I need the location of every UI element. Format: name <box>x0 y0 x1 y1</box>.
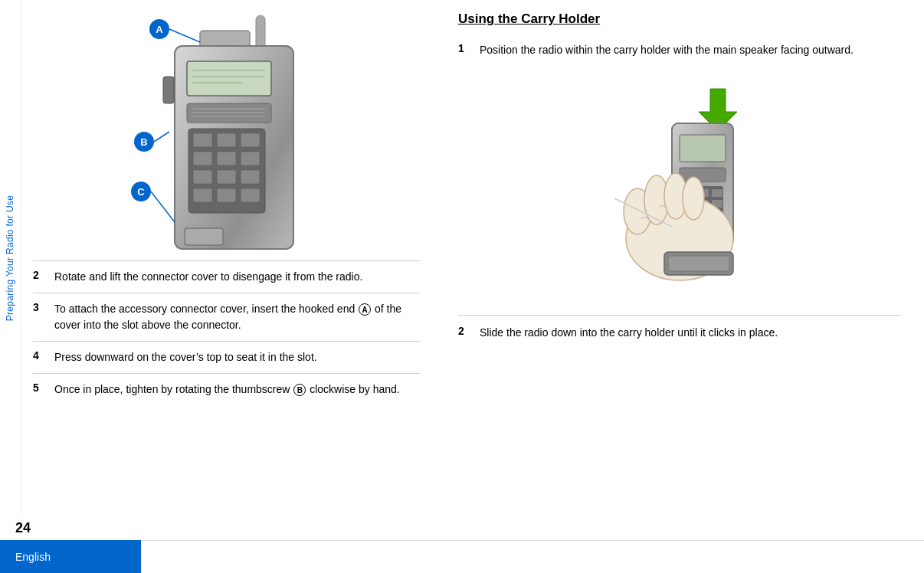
svg-line-28 <box>169 29 200 42</box>
right-panel: Using the Carry Holder 1 Position the ra… <box>435 0 924 516</box>
radio-diagram: A B C <box>127 15 326 245</box>
svg-text:A: A <box>156 24 163 35</box>
step-text-3: To attach the accessory connector cover,… <box>54 301 420 333</box>
footer-spacer <box>141 540 924 573</box>
svg-point-53 <box>683 177 704 220</box>
step-text-4: Press downward on the cover’s top to sea… <box>54 349 317 365</box>
page-number-area: 24 <box>0 516 924 540</box>
svg-line-34 <box>151 192 175 222</box>
step-item-2: 2 Rotate and lift the connector cover to… <box>33 260 420 293</box>
carry-step-number-2: 2 <box>458 325 470 337</box>
left-panel: A B C 2 Rotate and lift the connector co… <box>21 0 435 516</box>
svg-rect-37 <box>680 135 726 162</box>
svg-rect-55 <box>668 256 729 271</box>
svg-rect-22 <box>217 188 236 202</box>
label-a-inline: A <box>359 303 371 316</box>
radio-svg: A B C <box>127 15 326 253</box>
carry-step-2: 2 Slide the radio down into the carry ho… <box>458 315 901 341</box>
svg-text:B: B <box>140 136 147 148</box>
steps-list: 2 Rotate and lift the connector cover to… <box>33 260 420 509</box>
svg-rect-38 <box>680 168 726 182</box>
svg-rect-14 <box>241 133 260 147</box>
svg-rect-17 <box>241 152 260 165</box>
carry-step-1: 1 Position the radio within the carry ho… <box>458 42 901 58</box>
step-item-5: 5 Once in place, tighten by rotating the… <box>33 373 420 405</box>
carry-step-number-1: 1 <box>458 42 470 54</box>
step-item-3: 3 To attach the accessory connector cove… <box>33 293 420 341</box>
svg-rect-18 <box>193 170 212 184</box>
carry-image <box>458 77 901 300</box>
carry-step-text-2: Slide the radio down into the carry hold… <box>480 325 778 341</box>
sidebar: Preparing Your Radio for Use <box>0 0 21 516</box>
step-number-4: 4 <box>33 349 45 362</box>
footer: English <box>0 540 924 573</box>
svg-rect-13 <box>217 133 236 147</box>
step-number-3: 3 <box>33 301 45 313</box>
step-text-2: Rotate and lift the connector cover to d… <box>54 269 362 285</box>
footer-language[interactable]: English <box>0 540 141 573</box>
step-number-5: 5 <box>33 381 45 394</box>
svg-rect-12 <box>193 133 212 147</box>
radio-image: A B C <box>33 8 420 253</box>
label-b-inline: B <box>293 384 306 396</box>
section-title: Using the Carry Holder <box>458 11 901 27</box>
sidebar-label: Preparing Your Radio for Use <box>5 195 16 322</box>
step-text-5: Once in place, tighten by rotating the t… <box>54 381 400 398</box>
svg-rect-23 <box>241 188 260 202</box>
svg-rect-20 <box>241 170 260 184</box>
svg-rect-19 <box>217 170 236 184</box>
svg-rect-3 <box>187 61 271 96</box>
svg-rect-21 <box>193 188 212 202</box>
svg-line-31 <box>154 132 169 142</box>
step-item-4: 4 Press downward on the cover’s top to s… <box>33 341 420 373</box>
svg-rect-25 <box>185 228 223 245</box>
svg-text:C: C <box>137 186 145 198</box>
svg-rect-16 <box>217 152 236 165</box>
carry-holder-svg <box>591 77 768 292</box>
svg-rect-42 <box>712 189 722 197</box>
carry-step-text-1: Position the radio within the carry hold… <box>480 42 854 58</box>
svg-rect-15 <box>193 152 212 165</box>
page-number: 24 <box>15 520 31 536</box>
step-number-2: 2 <box>33 269 45 281</box>
svg-rect-24 <box>163 77 174 103</box>
